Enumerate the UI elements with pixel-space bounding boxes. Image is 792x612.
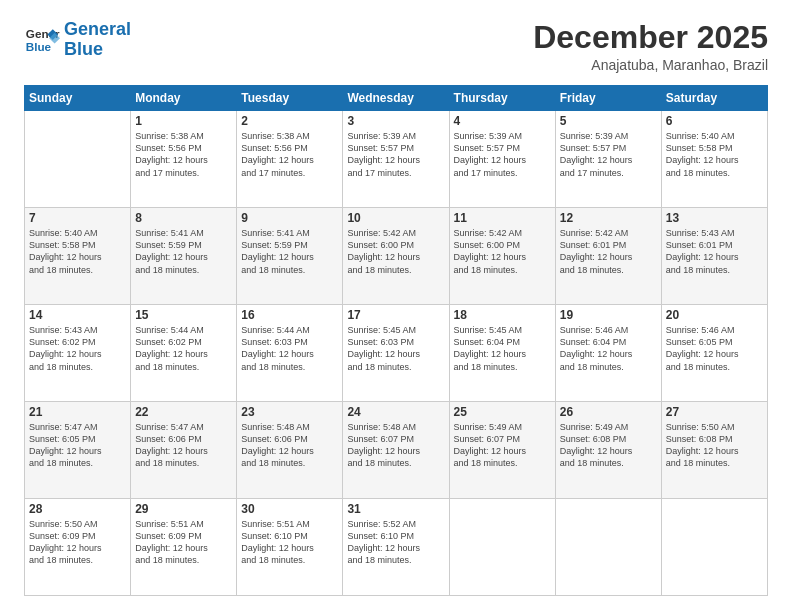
- day-info: Sunrise: 5:47 AMSunset: 6:06 PMDaylight:…: [135, 421, 232, 470]
- day-info: Sunrise: 5:42 AMSunset: 6:01 PMDaylight:…: [560, 227, 657, 276]
- day-number: 9: [241, 211, 338, 225]
- calendar-cell: 21Sunrise: 5:47 AMSunset: 6:05 PMDayligh…: [25, 402, 131, 499]
- logo-blue: Blue: [64, 39, 103, 59]
- day-info: Sunrise: 5:52 AMSunset: 6:10 PMDaylight:…: [347, 518, 444, 567]
- calendar-cell: 26Sunrise: 5:49 AMSunset: 6:08 PMDayligh…: [555, 402, 661, 499]
- calendar-week-4: 21Sunrise: 5:47 AMSunset: 6:05 PMDayligh…: [25, 402, 768, 499]
- calendar-cell: 30Sunrise: 5:51 AMSunset: 6:10 PMDayligh…: [237, 499, 343, 596]
- calendar-cell: 2Sunrise: 5:38 AMSunset: 5:56 PMDaylight…: [237, 111, 343, 208]
- day-number: 2: [241, 114, 338, 128]
- day-info: Sunrise: 5:42 AMSunset: 6:00 PMDaylight:…: [454, 227, 551, 276]
- day-info: Sunrise: 5:38 AMSunset: 5:56 PMDaylight:…: [135, 130, 232, 179]
- calendar-cell: 16Sunrise: 5:44 AMSunset: 6:03 PMDayligh…: [237, 305, 343, 402]
- day-number: 11: [454, 211, 551, 225]
- day-info: Sunrise: 5:40 AMSunset: 5:58 PMDaylight:…: [666, 130, 763, 179]
- day-info: Sunrise: 5:51 AMSunset: 6:09 PMDaylight:…: [135, 518, 232, 567]
- day-number: 25: [454, 405, 551, 419]
- calendar-cell: [25, 111, 131, 208]
- day-number: 13: [666, 211, 763, 225]
- day-number: 31: [347, 502, 444, 516]
- day-number: 4: [454, 114, 551, 128]
- main-title: December 2025: [533, 20, 768, 55]
- day-info: Sunrise: 5:39 AMSunset: 5:57 PMDaylight:…: [347, 130, 444, 179]
- day-number: 6: [666, 114, 763, 128]
- logo: General Blue General Blue: [24, 20, 131, 60]
- day-info: Sunrise: 5:38 AMSunset: 5:56 PMDaylight:…: [241, 130, 338, 179]
- day-number: 17: [347, 308, 444, 322]
- calendar-cell: 24Sunrise: 5:48 AMSunset: 6:07 PMDayligh…: [343, 402, 449, 499]
- col-wednesday: Wednesday: [343, 86, 449, 111]
- day-info: Sunrise: 5:48 AMSunset: 6:07 PMDaylight:…: [347, 421, 444, 470]
- day-number: 16: [241, 308, 338, 322]
- calendar-cell: 29Sunrise: 5:51 AMSunset: 6:09 PMDayligh…: [131, 499, 237, 596]
- day-number: 20: [666, 308, 763, 322]
- day-info: Sunrise: 5:39 AMSunset: 5:57 PMDaylight:…: [560, 130, 657, 179]
- day-info: Sunrise: 5:41 AMSunset: 5:59 PMDaylight:…: [241, 227, 338, 276]
- col-sunday: Sunday: [25, 86, 131, 111]
- svg-text:Blue: Blue: [26, 40, 52, 53]
- day-number: 30: [241, 502, 338, 516]
- calendar-cell: 19Sunrise: 5:46 AMSunset: 6:04 PMDayligh…: [555, 305, 661, 402]
- day-info: Sunrise: 5:46 AMSunset: 6:04 PMDaylight:…: [560, 324, 657, 373]
- col-tuesday: Tuesday: [237, 86, 343, 111]
- day-number: 14: [29, 308, 126, 322]
- day-info: Sunrise: 5:39 AMSunset: 5:57 PMDaylight:…: [454, 130, 551, 179]
- day-number: 1: [135, 114, 232, 128]
- calendar-cell: 31Sunrise: 5:52 AMSunset: 6:10 PMDayligh…: [343, 499, 449, 596]
- day-number: 26: [560, 405, 657, 419]
- day-info: Sunrise: 5:49 AMSunset: 6:08 PMDaylight:…: [560, 421, 657, 470]
- calendar-cell: 7Sunrise: 5:40 AMSunset: 5:58 PMDaylight…: [25, 208, 131, 305]
- col-monday: Monday: [131, 86, 237, 111]
- calendar-cell: 10Sunrise: 5:42 AMSunset: 6:00 PMDayligh…: [343, 208, 449, 305]
- day-number: 22: [135, 405, 232, 419]
- calendar-table: Sunday Monday Tuesday Wednesday Thursday…: [24, 85, 768, 596]
- calendar-cell: 15Sunrise: 5:44 AMSunset: 6:02 PMDayligh…: [131, 305, 237, 402]
- logo-icon: General Blue: [24, 22, 60, 58]
- day-number: 12: [560, 211, 657, 225]
- day-info: Sunrise: 5:42 AMSunset: 6:00 PMDaylight:…: [347, 227, 444, 276]
- day-number: 19: [560, 308, 657, 322]
- calendar-week-5: 28Sunrise: 5:50 AMSunset: 6:09 PMDayligh…: [25, 499, 768, 596]
- calendar-cell: 4Sunrise: 5:39 AMSunset: 5:57 PMDaylight…: [449, 111, 555, 208]
- calendar-header-row: Sunday Monday Tuesday Wednesday Thursday…: [25, 86, 768, 111]
- day-number: 23: [241, 405, 338, 419]
- calendar-cell: 25Sunrise: 5:49 AMSunset: 6:07 PMDayligh…: [449, 402, 555, 499]
- calendar-cell: 9Sunrise: 5:41 AMSunset: 5:59 PMDaylight…: [237, 208, 343, 305]
- calendar-week-3: 14Sunrise: 5:43 AMSunset: 6:02 PMDayligh…: [25, 305, 768, 402]
- day-number: 18: [454, 308, 551, 322]
- calendar-cell: 6Sunrise: 5:40 AMSunset: 5:58 PMDaylight…: [661, 111, 767, 208]
- calendar-cell: [555, 499, 661, 596]
- calendar-cell: 8Sunrise: 5:41 AMSunset: 5:59 PMDaylight…: [131, 208, 237, 305]
- calendar-cell: 23Sunrise: 5:48 AMSunset: 6:06 PMDayligh…: [237, 402, 343, 499]
- day-info: Sunrise: 5:43 AMSunset: 6:01 PMDaylight:…: [666, 227, 763, 276]
- day-info: Sunrise: 5:48 AMSunset: 6:06 PMDaylight:…: [241, 421, 338, 470]
- day-number: 21: [29, 405, 126, 419]
- col-saturday: Saturday: [661, 86, 767, 111]
- day-number: 8: [135, 211, 232, 225]
- day-info: Sunrise: 5:43 AMSunset: 6:02 PMDaylight:…: [29, 324, 126, 373]
- calendar-week-2: 7Sunrise: 5:40 AMSunset: 5:58 PMDaylight…: [25, 208, 768, 305]
- calendar-cell: 20Sunrise: 5:46 AMSunset: 6:05 PMDayligh…: [661, 305, 767, 402]
- calendar-cell: 5Sunrise: 5:39 AMSunset: 5:57 PMDaylight…: [555, 111, 661, 208]
- day-info: Sunrise: 5:44 AMSunset: 6:03 PMDaylight:…: [241, 324, 338, 373]
- calendar-cell: 1Sunrise: 5:38 AMSunset: 5:56 PMDaylight…: [131, 111, 237, 208]
- day-number: 24: [347, 405, 444, 419]
- day-info: Sunrise: 5:47 AMSunset: 6:05 PMDaylight:…: [29, 421, 126, 470]
- calendar-week-1: 1Sunrise: 5:38 AMSunset: 5:56 PMDaylight…: [25, 111, 768, 208]
- day-info: Sunrise: 5:44 AMSunset: 6:02 PMDaylight:…: [135, 324, 232, 373]
- title-block: December 2025 Anajatuba, Maranhao, Brazi…: [533, 20, 768, 73]
- calendar-cell: [449, 499, 555, 596]
- day-number: 15: [135, 308, 232, 322]
- calendar-cell: 18Sunrise: 5:45 AMSunset: 6:04 PMDayligh…: [449, 305, 555, 402]
- day-info: Sunrise: 5:51 AMSunset: 6:10 PMDaylight:…: [241, 518, 338, 567]
- day-info: Sunrise: 5:40 AMSunset: 5:58 PMDaylight:…: [29, 227, 126, 276]
- calendar-cell: 17Sunrise: 5:45 AMSunset: 6:03 PMDayligh…: [343, 305, 449, 402]
- day-info: Sunrise: 5:45 AMSunset: 6:03 PMDaylight:…: [347, 324, 444, 373]
- day-info: Sunrise: 5:46 AMSunset: 6:05 PMDaylight:…: [666, 324, 763, 373]
- day-info: Sunrise: 5:45 AMSunset: 6:04 PMDaylight:…: [454, 324, 551, 373]
- calendar-cell: 27Sunrise: 5:50 AMSunset: 6:08 PMDayligh…: [661, 402, 767, 499]
- day-number: 27: [666, 405, 763, 419]
- calendar-cell: 12Sunrise: 5:42 AMSunset: 6:01 PMDayligh…: [555, 208, 661, 305]
- day-number: 3: [347, 114, 444, 128]
- day-info: Sunrise: 5:41 AMSunset: 5:59 PMDaylight:…: [135, 227, 232, 276]
